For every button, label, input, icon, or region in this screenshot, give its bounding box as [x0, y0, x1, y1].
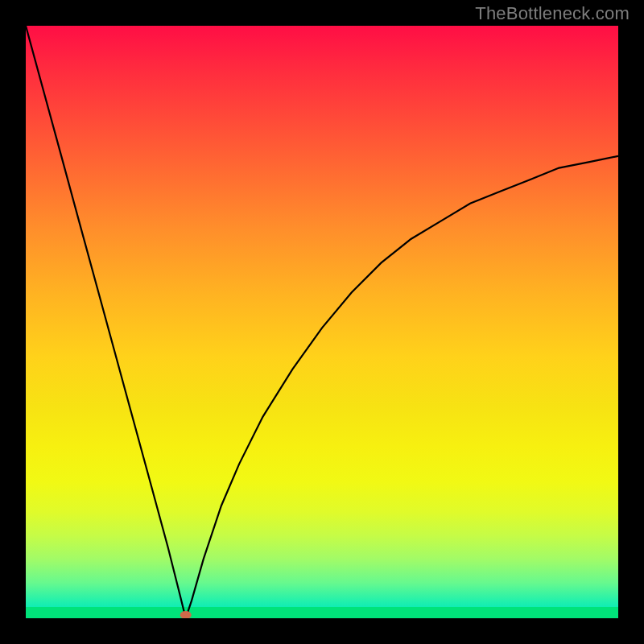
plot-area: [26, 26, 618, 618]
bottleneck-curve: [26, 26, 618, 618]
minimum-marker: [180, 611, 192, 618]
watermark-text: TheBottleneck.com: [475, 3, 630, 24]
chart-frame: TheBottleneck.com: [0, 0, 644, 644]
curve-line: [26, 26, 618, 618]
